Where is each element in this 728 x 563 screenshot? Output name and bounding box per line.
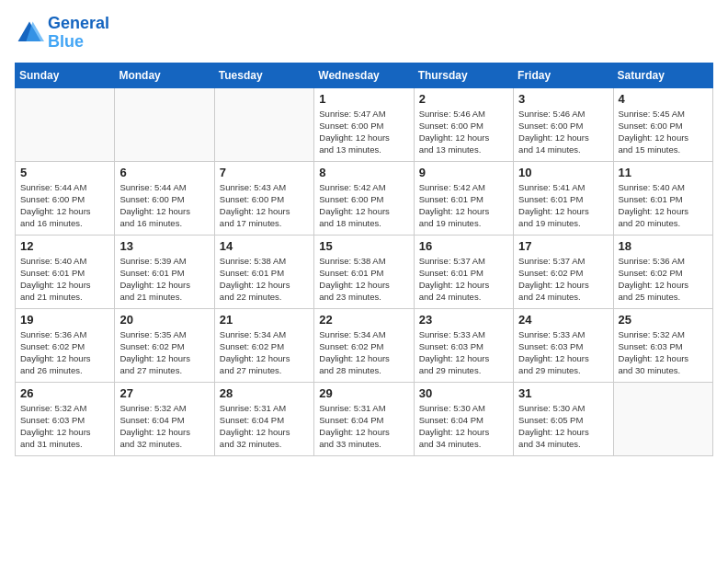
day-info: Sunrise: 5:34 AM Sunset: 6:02 PM Dayligh… [220, 328, 309, 377]
day-info: Sunrise: 5:43 AM Sunset: 6:00 PM Dayligh… [220, 181, 309, 230]
calendar-cell: 28Sunrise: 5:31 AM Sunset: 6:04 PM Dayli… [214, 382, 313, 455]
day-info: Sunrise: 5:44 AM Sunset: 6:00 PM Dayligh… [20, 181, 109, 230]
calendar-cell: 6Sunrise: 5:44 AM Sunset: 6:00 PM Daylig… [115, 161, 214, 235]
day-info: Sunrise: 5:36 AM Sunset: 6:02 PM Dayligh… [20, 328, 109, 377]
calendar-cell: 14Sunrise: 5:38 AM Sunset: 6:01 PM Dayli… [214, 235, 313, 308]
calendar-cell: 19Sunrise: 5:36 AM Sunset: 6:02 PM Dayli… [16, 308, 115, 382]
calendar-cell: 8Sunrise: 5:42 AM Sunset: 6:00 PM Daylig… [314, 161, 414, 235]
calendar-cell [214, 87, 313, 161]
day-info: Sunrise: 5:33 AM Sunset: 6:03 PM Dayligh… [419, 328, 508, 377]
weekday-header-tuesday: Tuesday [214, 63, 313, 87]
calendar-cell: 29Sunrise: 5:31 AM Sunset: 6:04 PM Dayli… [314, 382, 414, 455]
day-number: 6 [119, 166, 209, 179]
weekday-header-thursday: Thursday [414, 63, 513, 87]
calendar-cell: 10Sunrise: 5:41 AM Sunset: 6:01 PM Dayli… [514, 161, 613, 235]
day-info: Sunrise: 5:32 AM Sunset: 6:03 PM Dayligh… [619, 328, 708, 377]
day-info: Sunrise: 5:42 AM Sunset: 6:01 PM Dayligh… [419, 181, 508, 230]
calendar-cell: 2Sunrise: 5:46 AM Sunset: 6:00 PM Daylig… [414, 87, 513, 161]
calendar-cell: 13Sunrise: 5:39 AM Sunset: 6:01 PM Dayli… [115, 235, 214, 308]
day-number: 14 [220, 239, 309, 253]
day-number: 23 [419, 313, 508, 327]
calendar-cell: 16Sunrise: 5:37 AM Sunset: 6:01 PM Dayli… [414, 235, 513, 308]
day-info: Sunrise: 5:46 AM Sunset: 6:00 PM Dayligh… [518, 108, 608, 156]
day-number: 25 [619, 313, 708, 327]
day-info: Sunrise: 5:47 AM Sunset: 6:00 PM Dayligh… [319, 108, 408, 156]
day-info: Sunrise: 5:30 AM Sunset: 6:05 PM Dayligh… [518, 402, 608, 451]
calendar-cell: 21Sunrise: 5:34 AM Sunset: 6:02 PM Dayli… [214, 308, 313, 382]
calendar-cell: 24Sunrise: 5:33 AM Sunset: 6:03 PM Dayli… [514, 308, 613, 382]
day-number: 17 [518, 239, 608, 253]
day-number: 26 [20, 386, 109, 400]
calendar-cell [613, 382, 712, 455]
day-number: 24 [518, 313, 608, 327]
day-number: 31 [518, 386, 608, 400]
calendar-cell: 4Sunrise: 5:45 AM Sunset: 6:00 PM Daylig… [613, 87, 712, 161]
weekday-header-sunday: Sunday [16, 63, 115, 87]
calendar-cell: 15Sunrise: 5:38 AM Sunset: 6:01 PM Dayli… [314, 235, 414, 308]
day-number: 2 [419, 92, 508, 106]
calendar-cell: 9Sunrise: 5:42 AM Sunset: 6:01 PM Daylig… [414, 161, 513, 235]
day-info: Sunrise: 5:36 AM Sunset: 6:02 PM Dayligh… [619, 255, 708, 304]
calendar-cell: 23Sunrise: 5:33 AM Sunset: 6:03 PM Dayli… [414, 308, 513, 382]
day-info: Sunrise: 5:33 AM Sunset: 6:03 PM Dayligh… [518, 328, 608, 377]
day-number: 27 [119, 386, 209, 400]
calendar-cell: 5Sunrise: 5:44 AM Sunset: 6:00 PM Daylig… [16, 161, 115, 235]
day-number: 1 [319, 92, 408, 106]
day-number: 21 [220, 313, 309, 327]
day-info: Sunrise: 5:30 AM Sunset: 6:04 PM Dayligh… [419, 402, 508, 451]
calendar-week-1: 1Sunrise: 5:47 AM Sunset: 6:00 PM Daylig… [16, 87, 713, 161]
day-number: 13 [119, 239, 209, 253]
day-number: 20 [119, 313, 209, 327]
calendar-week-3: 12Sunrise: 5:40 AM Sunset: 6:01 PM Dayli… [16, 235, 713, 308]
calendar-cell: 31Sunrise: 5:30 AM Sunset: 6:05 PM Dayli… [514, 382, 613, 455]
calendar-cell: 22Sunrise: 5:34 AM Sunset: 6:02 PM Dayli… [314, 308, 414, 382]
calendar-week-4: 19Sunrise: 5:36 AM Sunset: 6:02 PM Dayli… [16, 308, 713, 382]
day-number: 16 [419, 239, 508, 253]
day-info: Sunrise: 5:39 AM Sunset: 6:01 PM Dayligh… [119, 255, 209, 304]
day-info: Sunrise: 5:46 AM Sunset: 6:00 PM Dayligh… [419, 108, 508, 156]
calendar-cell: 1Sunrise: 5:47 AM Sunset: 6:00 PM Daylig… [314, 87, 414, 161]
day-info: Sunrise: 5:34 AM Sunset: 6:02 PM Dayligh… [319, 328, 408, 377]
day-info: Sunrise: 5:38 AM Sunset: 6:01 PM Dayligh… [220, 255, 309, 304]
day-number: 29 [319, 386, 408, 400]
logo-icon [15, 18, 44, 48]
day-number: 5 [20, 166, 109, 179]
calendar-week-5: 26Sunrise: 5:32 AM Sunset: 6:03 PM Dayli… [16, 382, 713, 455]
day-info: Sunrise: 5:40 AM Sunset: 6:01 PM Dayligh… [619, 181, 708, 230]
day-info: Sunrise: 5:32 AM Sunset: 6:03 PM Dayligh… [20, 402, 109, 451]
day-number: 10 [518, 166, 608, 179]
day-info: Sunrise: 5:31 AM Sunset: 6:04 PM Dayligh… [220, 402, 309, 451]
day-info: Sunrise: 5:37 AM Sunset: 6:02 PM Dayligh… [518, 255, 608, 304]
day-number: 12 [20, 239, 109, 253]
calendar-cell: 30Sunrise: 5:30 AM Sunset: 6:04 PM Dayli… [414, 382, 513, 455]
day-number: 3 [518, 92, 608, 106]
day-number: 30 [419, 386, 508, 400]
logo: General Blue [15, 15, 109, 52]
calendar-cell: 20Sunrise: 5:35 AM Sunset: 6:02 PM Dayli… [115, 308, 214, 382]
weekday-header-saturday: Saturday [613, 63, 712, 87]
calendar-cell: 17Sunrise: 5:37 AM Sunset: 6:02 PM Dayli… [514, 235, 613, 308]
day-info: Sunrise: 5:45 AM Sunset: 6:00 PM Dayligh… [619, 108, 708, 156]
day-number: 8 [319, 166, 408, 179]
calendar-cell: 25Sunrise: 5:32 AM Sunset: 6:03 PM Dayli… [613, 308, 712, 382]
day-info: Sunrise: 5:41 AM Sunset: 6:01 PM Dayligh… [518, 181, 608, 230]
day-info: Sunrise: 5:38 AM Sunset: 6:01 PM Dayligh… [319, 255, 408, 304]
calendar-cell [115, 87, 214, 161]
day-number: 22 [319, 313, 408, 327]
day-number: 9 [419, 166, 508, 179]
calendar-cell: 7Sunrise: 5:43 AM Sunset: 6:00 PM Daylig… [214, 161, 313, 235]
calendar-cell: 27Sunrise: 5:32 AM Sunset: 6:04 PM Dayli… [115, 382, 214, 455]
calendar-cell [16, 87, 115, 161]
calendar-body: 1Sunrise: 5:47 AM Sunset: 6:00 PM Daylig… [16, 87, 713, 455]
calendar: SundayMondayTuesdayWednesdayThursdayFrid… [15, 63, 713, 456]
day-number: 11 [619, 166, 708, 179]
calendar-week-2: 5Sunrise: 5:44 AM Sunset: 6:00 PM Daylig… [16, 161, 713, 235]
day-info: Sunrise: 5:35 AM Sunset: 6:02 PM Dayligh… [119, 328, 209, 377]
weekday-header-friday: Friday [514, 63, 613, 87]
logo-text: General Blue [48, 15, 109, 52]
day-number: 4 [619, 92, 708, 106]
day-info: Sunrise: 5:32 AM Sunset: 6:04 PM Dayligh… [119, 402, 209, 451]
calendar-cell: 12Sunrise: 5:40 AM Sunset: 6:01 PM Dayli… [16, 235, 115, 308]
day-info: Sunrise: 5:37 AM Sunset: 6:01 PM Dayligh… [419, 255, 508, 304]
calendar-cell: 18Sunrise: 5:36 AM Sunset: 6:02 PM Dayli… [613, 235, 712, 308]
